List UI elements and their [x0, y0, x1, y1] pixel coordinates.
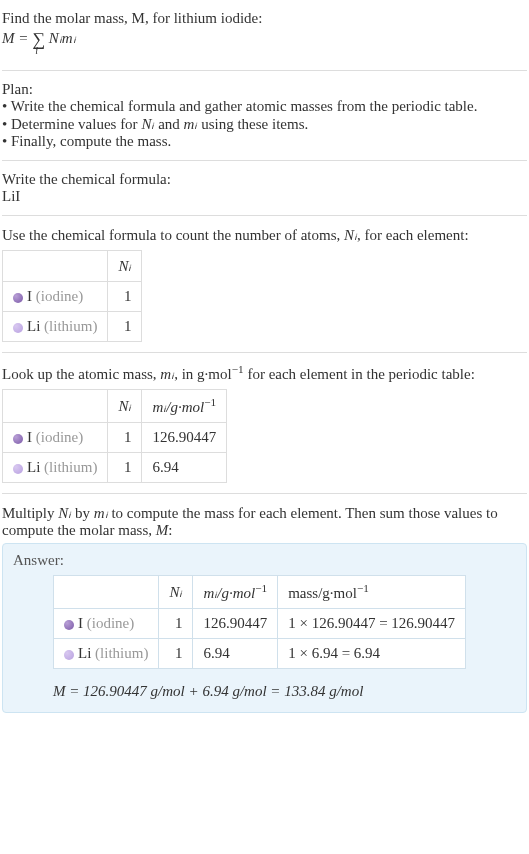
answer-table: Nᵢ mᵢ/g·mol−1 mass/g·mol−1 I (iodine) 1 …: [53, 575, 466, 669]
plan-bullet-3: • Finally, compute the mass.: [2, 133, 527, 150]
dot-icon: [13, 434, 23, 444]
ni-cell: 1: [159, 639, 193, 669]
multiply-section: Multiply Nᵢ by mᵢ to compute the mass fo…: [2, 498, 527, 719]
divider: [2, 70, 527, 71]
header-mi: mᵢ/g·mol−1: [193, 576, 278, 609]
header-blank: [54, 576, 159, 609]
chemical-formula-section: Write the chemical formula: LiI: [2, 165, 527, 211]
table-header-row: Nᵢ mᵢ/g·mol−1: [3, 390, 227, 423]
divider: [2, 352, 527, 353]
answer-label: Answer:: [13, 552, 516, 569]
header-ni: Nᵢ: [159, 576, 193, 609]
element-cell: Li (lithium): [54, 639, 159, 669]
element-cell: Li (lithium): [3, 312, 108, 342]
ni-cell: 1: [159, 609, 193, 639]
plan-section: Plan: • Write the chemical formula and g…: [2, 75, 527, 156]
intro-section: Find the molar mass, M, for lithium iodi…: [2, 4, 527, 66]
element-cell: I (iodine): [3, 423, 108, 453]
table-header-row: Nᵢ mᵢ/g·mol−1 mass/g·mol−1: [54, 576, 466, 609]
dot-icon: [64, 620, 74, 630]
plan-bullet-1: • Write the chemical formula and gather …: [2, 98, 527, 115]
plan-bullet-2: • Determine values for Nᵢ and mᵢ using t…: [2, 115, 527, 133]
ni-cell: 1: [108, 282, 142, 312]
dot-icon: [64, 650, 74, 660]
mass-cell: 1 × 126.90447 = 126.90447: [278, 609, 466, 639]
count-table: Nᵢ I (iodine) 1 Li (lithium) 1: [2, 250, 142, 342]
dot-icon: [13, 464, 23, 474]
plan-heading: Plan:: [2, 81, 527, 98]
ni-cell: 1: [108, 312, 142, 342]
mi-cell: 6.94: [142, 453, 227, 483]
table-row: I (iodine) 1 126.90447 1 × 126.90447 = 1…: [54, 609, 466, 639]
table-row: I (iodine) 1: [3, 282, 142, 312]
element-cell: I (iodine): [3, 282, 108, 312]
table-row: Li (lithium) 1 6.94 1 × 6.94 = 6.94: [54, 639, 466, 669]
final-answer: M = 126.90447 g/mol + 6.94 g/mol = 133.8…: [53, 683, 516, 700]
multiply-text: Multiply Nᵢ by mᵢ to compute the mass fo…: [2, 504, 527, 539]
divider: [2, 215, 527, 216]
header-blank: [3, 251, 108, 282]
mi-cell: 126.90447: [193, 609, 278, 639]
mi-cell: 126.90447: [142, 423, 227, 453]
ni-cell: 1: [108, 423, 142, 453]
formula-lhs: M =: [2, 30, 32, 46]
formula-heading: Write the chemical formula:: [2, 171, 527, 188]
header-ni: Nᵢ: [108, 390, 142, 423]
formula-rhs: Nᵢmᵢ: [49, 30, 76, 46]
table-row: Li (lithium) 1: [3, 312, 142, 342]
count-text: Use the chemical formula to count the nu…: [2, 226, 527, 244]
ni-cell: 1: [108, 453, 142, 483]
dot-icon: [13, 293, 23, 303]
table-row: Li (lithium) 1 6.94: [3, 453, 227, 483]
intro-formula: M = ∑i Nᵢmᵢ: [2, 29, 76, 60]
answer-box: Answer: Nᵢ mᵢ/g·mol−1 mass/g·mol−1 I (io…: [2, 543, 527, 713]
element-cell: Li (lithium): [3, 453, 108, 483]
formula-value: LiI: [2, 188, 527, 205]
header-mi: mᵢ/g·mol−1: [142, 390, 227, 423]
divider: [2, 493, 527, 494]
mass-section: Look up the atomic mass, mᵢ, in g·mol−1 …: [2, 357, 527, 489]
header-ni: Nᵢ: [108, 251, 142, 282]
mass-text: Look up the atomic mass, mᵢ, in g·mol−1 …: [2, 363, 527, 383]
table-row: I (iodine) 1 126.90447: [3, 423, 227, 453]
dot-icon: [13, 323, 23, 333]
mass-table: Nᵢ mᵢ/g·mol−1 I (iodine) 1 126.90447 Li …: [2, 389, 227, 483]
table-header-row: Nᵢ: [3, 251, 142, 282]
mi-cell: 6.94: [193, 639, 278, 669]
intro-line: Find the molar mass, M, for lithium iodi…: [2, 10, 527, 27]
header-blank: [3, 390, 108, 423]
element-cell: I (iodine): [54, 609, 159, 639]
mass-cell: 1 × 6.94 = 6.94: [278, 639, 466, 669]
sigma-symbol: ∑i: [32, 29, 45, 50]
divider: [2, 160, 527, 161]
header-mass: mass/g·mol−1: [278, 576, 466, 609]
count-section: Use the chemical formula to count the nu…: [2, 220, 527, 348]
